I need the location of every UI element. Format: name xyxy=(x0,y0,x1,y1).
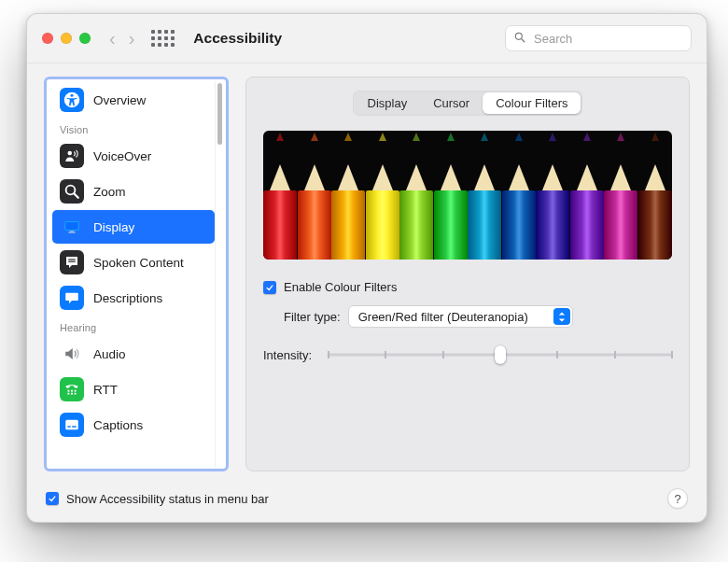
sidebar-item-spoken-content[interactable]: Spoken Content xyxy=(52,246,215,279)
svg-line-1 xyxy=(522,39,525,43)
svg-point-4 xyxy=(68,151,73,156)
svg-rect-15 xyxy=(75,390,77,392)
sidebar-item-descriptions[interactable]: Descriptions xyxy=(52,281,215,315)
tty-icon xyxy=(60,377,84,401)
sidebar-item-label: RTT xyxy=(93,383,118,397)
svg-rect-9 xyxy=(70,232,75,232)
window: ‹ › Accessibility xyxy=(26,13,707,523)
sidebar-item-label: Audio xyxy=(93,347,126,361)
sidebar-item-audio[interactable]: Audio xyxy=(52,337,215,371)
magnifier-icon xyxy=(60,179,84,204)
svg-rect-19 xyxy=(65,420,78,430)
tab-display[interactable]: Display xyxy=(355,92,421,114)
svg-rect-17 xyxy=(71,393,73,395)
enable-colour-filters-label: Enable Colour Filters xyxy=(284,280,397,294)
sidebar-item-label: Spoken Content xyxy=(93,256,184,270)
search-input[interactable] xyxy=(532,31,648,47)
help-button[interactable]: ? xyxy=(667,488,688,509)
intensity-row: Intensity: xyxy=(263,346,672,363)
svg-rect-20 xyxy=(67,426,71,428)
enable-colour-filters-row: Enable Colour Filters xyxy=(263,280,672,294)
preview-pencil xyxy=(399,131,434,260)
show-status-label: Show Accessibility status in menu bar xyxy=(66,492,269,506)
show-status-checkbox[interactable] xyxy=(46,492,59,505)
preview-pencil xyxy=(331,131,366,260)
scrollbar-thumb[interactable] xyxy=(217,83,222,145)
sidebar-item-label: Display xyxy=(93,220,134,234)
preview-pencil xyxy=(298,131,332,260)
speech-bubble-icon xyxy=(60,286,84,310)
page-title: Accessibility xyxy=(193,30,282,47)
svg-point-0 xyxy=(515,33,522,39)
intensity-slider[interactable] xyxy=(329,346,672,363)
intensity-label: Intensity: xyxy=(263,348,317,362)
preview-pencil xyxy=(638,131,673,260)
display-monitor-icon xyxy=(60,215,84,239)
person-speaking-icon xyxy=(60,144,84,168)
checkmark-icon xyxy=(48,494,57,503)
slider-tick xyxy=(442,351,444,358)
search-icon xyxy=(513,31,526,44)
sidebar-section-vision: Vision xyxy=(49,119,218,137)
filter-type-value: Green/Red filter (Deuteranopia) xyxy=(358,310,528,324)
sidebar-item-rtt[interactable]: RTT xyxy=(52,372,215,406)
sidebar-item-voiceover[interactable]: VoiceOver xyxy=(52,139,215,173)
slider-tick xyxy=(614,351,616,358)
nav-arrows: ‹ › xyxy=(109,29,134,48)
enable-colour-filters-checkbox[interactable] xyxy=(263,281,276,294)
sidebar-item-display[interactable]: Display xyxy=(52,210,215,244)
svg-rect-21 xyxy=(72,426,77,428)
forward-button[interactable]: › xyxy=(129,29,135,48)
accessibility-icon xyxy=(60,88,84,112)
svg-rect-14 xyxy=(71,390,73,392)
svg-rect-18 xyxy=(75,393,77,395)
sidebar-item-label: Zoom xyxy=(93,185,126,199)
filter-type-label: Filter type: xyxy=(284,310,341,324)
preview-pencil xyxy=(502,131,537,260)
select-stepper-icon xyxy=(553,308,570,325)
traffic-lights xyxy=(42,33,91,44)
filter-type-row: Filter type: Green/Red filter (Deuterano… xyxy=(284,305,672,328)
filter-type-select[interactable]: Green/Red filter (Deuteranopia) xyxy=(348,305,573,328)
slider-tick xyxy=(556,351,558,358)
preview-pencil xyxy=(536,131,570,260)
colour-filter-preview xyxy=(263,131,672,260)
captions-icon xyxy=(60,413,84,437)
sidebar-item-label: Captions xyxy=(93,418,143,432)
preview-pencil xyxy=(604,131,638,260)
apps-grid-button[interactable] xyxy=(151,30,175,47)
svg-rect-16 xyxy=(68,393,70,395)
sidebar-item-label: Overview xyxy=(93,93,146,107)
search-field[interactable] xyxy=(505,25,692,51)
svg-line-6 xyxy=(74,193,78,198)
sidebar: Overview Vision VoiceOver Zoom xyxy=(44,77,229,471)
sidebar-item-label: Descriptions xyxy=(93,291,162,305)
preview-pencil xyxy=(434,131,469,260)
sidebar-item-overview[interactable]: Overview xyxy=(52,83,215,117)
zoom-window-button[interactable] xyxy=(79,33,91,44)
svg-rect-10 xyxy=(68,232,76,232)
preview-pencil xyxy=(366,131,400,260)
toolbar: ‹ › Accessibility xyxy=(27,14,707,63)
preview-pencil xyxy=(468,131,502,260)
slider-tick xyxy=(671,351,673,358)
tab-cursor[interactable]: Cursor xyxy=(420,92,483,114)
slider-tick xyxy=(328,351,329,358)
svg-point-3 xyxy=(71,94,74,97)
sidebar-item-label: VoiceOver xyxy=(93,149,151,163)
sidebar-scrollbar[interactable] xyxy=(215,81,224,467)
slider-tick xyxy=(385,351,386,358)
sidebar-item-captions[interactable]: Captions xyxy=(52,408,215,442)
preview-pencil xyxy=(570,131,605,260)
checkmark-icon xyxy=(265,283,274,292)
back-button[interactable]: ‹ xyxy=(109,29,116,48)
slider-thumb[interactable] xyxy=(495,345,506,364)
minimize-window-button[interactable] xyxy=(61,33,72,44)
close-window-button[interactable] xyxy=(42,33,53,44)
svg-rect-8 xyxy=(65,222,78,230)
svg-rect-13 xyxy=(68,390,70,392)
footer: Show Accessibility status in menu bar ? xyxy=(27,481,707,522)
sidebar-item-zoom[interactable]: Zoom xyxy=(52,175,215,208)
preview-pencil xyxy=(263,131,298,260)
tab-colour-filters[interactable]: Colour Filters xyxy=(483,92,581,114)
